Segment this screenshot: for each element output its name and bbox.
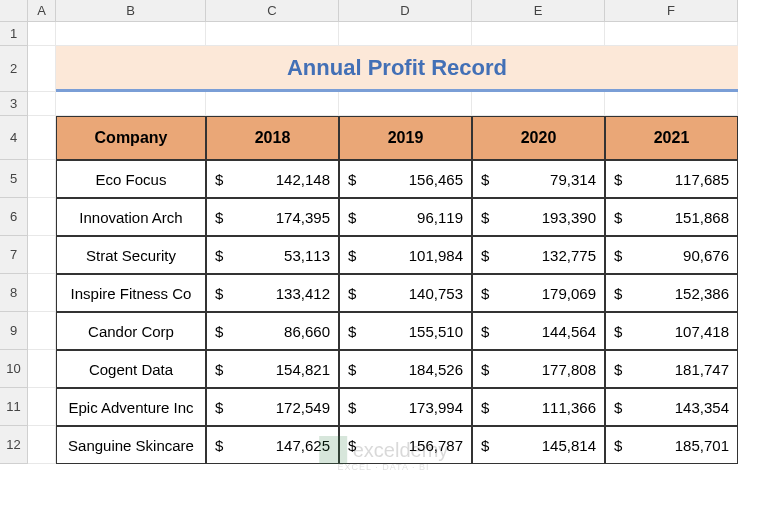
amount: 155,510 [409, 323, 463, 340]
cell-A5[interactable] [28, 160, 56, 198]
cell-2018-2[interactable]: $53,113 [206, 236, 339, 274]
cell-C3[interactable] [206, 92, 339, 116]
row-header-4[interactable]: 4 [0, 116, 28, 160]
currency-symbol: $ [614, 285, 622, 302]
header-company[interactable]: Company [56, 116, 206, 160]
cell-2019-0[interactable]: $156,465 [339, 160, 472, 198]
cell-2020-7[interactable]: $145,814 [472, 426, 605, 464]
cell-D1[interactable] [339, 22, 472, 46]
cell-E3[interactable] [472, 92, 605, 116]
cell-2018-7[interactable]: $147,625 [206, 426, 339, 464]
cell-A10[interactable] [28, 350, 56, 388]
row-header-10[interactable]: 10 [0, 350, 28, 388]
cell-A8[interactable] [28, 274, 56, 312]
cell-A7[interactable] [28, 236, 56, 274]
currency-symbol: $ [481, 361, 489, 378]
header-2020[interactable]: 2020 [472, 116, 605, 160]
row-header-8[interactable]: 8 [0, 274, 28, 312]
header-2021[interactable]: 2021 [605, 116, 738, 160]
currency-symbol: $ [348, 247, 356, 264]
cell-2019-5[interactable]: $184,526 [339, 350, 472, 388]
cell-A12[interactable] [28, 426, 56, 464]
header-2018[interactable]: 2018 [206, 116, 339, 160]
cell-2021-5[interactable]: $181,747 [605, 350, 738, 388]
cell-F3[interactable] [605, 92, 738, 116]
cell-A3[interactable] [28, 92, 56, 116]
cell-2018-5[interactable]: $154,821 [206, 350, 339, 388]
currency-symbol: $ [348, 361, 356, 378]
col-header-E[interactable]: E [472, 0, 605, 22]
col-header-D[interactable]: D [339, 0, 472, 22]
row-header-1[interactable]: 1 [0, 22, 28, 46]
cell-2019-2[interactable]: $101,984 [339, 236, 472, 274]
select-all-corner[interactable] [0, 0, 28, 22]
cell-2021-3[interactable]: $152,386 [605, 274, 738, 312]
currency-symbol: $ [215, 361, 223, 378]
cell-2020-0[interactable]: $79,314 [472, 160, 605, 198]
cell-company-4[interactable]: Candor Corp [56, 312, 206, 350]
cell-2018-0[interactable]: $142,148 [206, 160, 339, 198]
spreadsheet: A B C D E F 1 2 Annual Profit Record 3 4… [0, 0, 767, 464]
cell-2019-7[interactable]: $156,787 [339, 426, 472, 464]
cell-2019-4[interactable]: $155,510 [339, 312, 472, 350]
cell-2019-3[interactable]: $140,753 [339, 274, 472, 312]
col-header-B[interactable]: B [56, 0, 206, 22]
cell-2020-1[interactable]: $193,390 [472, 198, 605, 236]
cell-2020-2[interactable]: $132,775 [472, 236, 605, 274]
title-cell[interactable]: Annual Profit Record [56, 46, 738, 92]
cell-company-5[interactable]: Cogent Data [56, 350, 206, 388]
row-header-9[interactable]: 9 [0, 312, 28, 350]
row-header-12[interactable]: 12 [0, 426, 28, 464]
cell-A9[interactable] [28, 312, 56, 350]
cell-2021-4[interactable]: $107,418 [605, 312, 738, 350]
cell-A6[interactable] [28, 198, 56, 236]
amount: 173,994 [409, 399, 463, 416]
cell-A1[interactable] [28, 22, 56, 46]
cell-A4[interactable] [28, 116, 56, 160]
amount: 117,685 [675, 171, 729, 188]
cell-A2[interactable] [28, 46, 56, 92]
cell-2021-1[interactable]: $151,868 [605, 198, 738, 236]
row-header-5[interactable]: 5 [0, 160, 28, 198]
cell-2020-5[interactable]: $177,808 [472, 350, 605, 388]
cell-2018-1[interactable]: $174,395 [206, 198, 339, 236]
currency-symbol: $ [481, 209, 489, 226]
row-header-6[interactable]: 6 [0, 198, 28, 236]
cell-2019-1[interactable]: $96,119 [339, 198, 472, 236]
cell-company-0[interactable]: Eco Focus [56, 160, 206, 198]
cell-2019-6[interactable]: $173,994 [339, 388, 472, 426]
row-header-7[interactable]: 7 [0, 236, 28, 274]
cell-2020-3[interactable]: $179,069 [472, 274, 605, 312]
cell-company-1[interactable]: Innovation Arch [56, 198, 206, 236]
cell-2018-6[interactable]: $172,549 [206, 388, 339, 426]
cell-2020-6[interactable]: $111,366 [472, 388, 605, 426]
row-header-3[interactable]: 3 [0, 92, 28, 116]
cell-2018-3[interactable]: $133,412 [206, 274, 339, 312]
cell-E1[interactable] [472, 22, 605, 46]
cell-F1[interactable] [605, 22, 738, 46]
cell-B3[interactable] [56, 92, 206, 116]
cell-2020-4[interactable]: $144,564 [472, 312, 605, 350]
row-header-11[interactable]: 11 [0, 388, 28, 426]
cell-2018-4[interactable]: $86,660 [206, 312, 339, 350]
amount: 86,660 [284, 323, 330, 340]
col-header-A[interactable]: A [28, 0, 56, 22]
cell-D3[interactable] [339, 92, 472, 116]
cell-2021-0[interactable]: $117,685 [605, 160, 738, 198]
cell-2021-6[interactable]: $143,354 [605, 388, 738, 426]
cell-company-3[interactable]: Inspire Fitness Co [56, 274, 206, 312]
amount: 147,625 [276, 437, 330, 454]
col-header-F[interactable]: F [605, 0, 738, 22]
row-header-2[interactable]: 2 [0, 46, 28, 92]
col-header-C[interactable]: C [206, 0, 339, 22]
cell-A11[interactable] [28, 388, 56, 426]
header-2019[interactable]: 2019 [339, 116, 472, 160]
cell-company-6[interactable]: Epic Adventure Inc [56, 388, 206, 426]
cell-C1[interactable] [206, 22, 339, 46]
cell-B1[interactable] [56, 22, 206, 46]
cell-company-7[interactable]: Sanguine Skincare [56, 426, 206, 464]
cell-2021-7[interactable]: $185,701 [605, 426, 738, 464]
amount: 154,821 [276, 361, 330, 378]
cell-2021-2[interactable]: $90,676 [605, 236, 738, 274]
cell-company-2[interactable]: Strat Security [56, 236, 206, 274]
